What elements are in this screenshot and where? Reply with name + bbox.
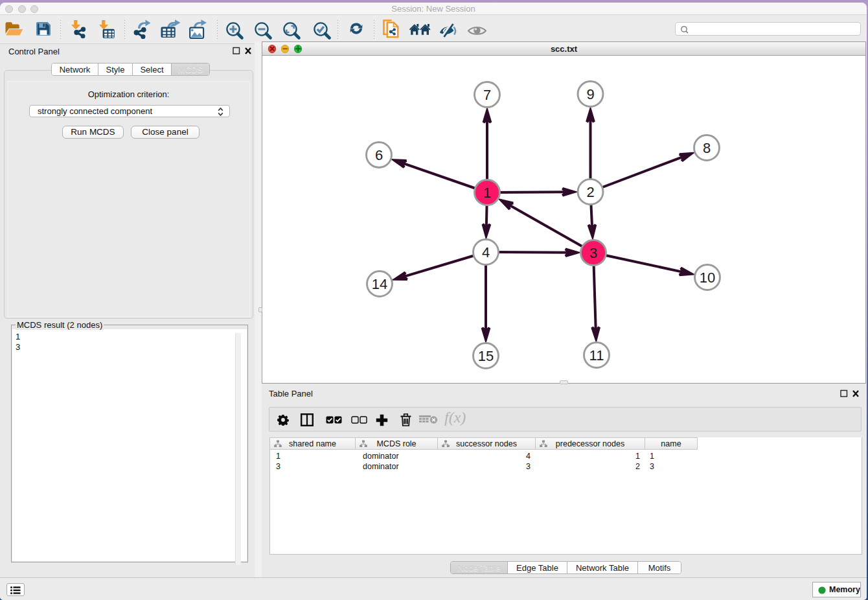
svg-text:4: 4 (482, 244, 490, 260)
svg-text:6: 6 (375, 147, 383, 163)
svg-text:10: 10 (700, 270, 715, 286)
svg-text:1: 1 (483, 185, 491, 201)
svg-text:15: 15 (478, 348, 494, 364)
svg-text:7: 7 (483, 87, 491, 103)
svg-text:2: 2 (586, 184, 594, 200)
svg-text:8: 8 (703, 140, 711, 156)
svg-text:3: 3 (589, 245, 597, 261)
svg-text:11: 11 (589, 347, 604, 363)
svg-text:9: 9 (586, 86, 594, 102)
svg-text:14: 14 (372, 276, 387, 292)
